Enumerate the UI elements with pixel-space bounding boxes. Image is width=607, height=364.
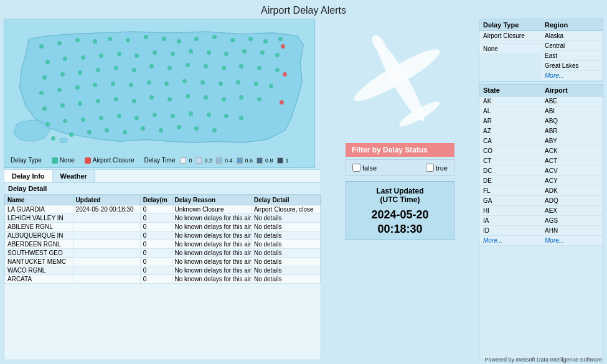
state-item-14[interactable]: More... — [479, 236, 541, 246]
cell-delay: 0 — [140, 258, 172, 266]
table-row[interactable]: ALBUQUERQUE IN0No known delays for this … — [5, 231, 321, 240]
cell-updated — [73, 275, 140, 284]
airport-item-13[interactable]: AHN — [541, 226, 603, 236]
airport-item-2[interactable]: ABQ — [541, 116, 603, 126]
map-area[interactable]: Delay Type None Airport Closure Delay Ti… — [4, 19, 315, 168]
map-dot-closure — [280, 100, 284, 105]
map-dot-none — [117, 114, 121, 118]
map-dot-none — [45, 122, 50, 126]
map-dot-none — [222, 66, 226, 70]
state-item-7[interactable]: DC — [479, 166, 541, 176]
table-row[interactable]: ABILENE RGNL0No known delays for this ai… — [5, 223, 321, 231]
delay-type-item-0[interactable]: Airport Closure — [479, 31, 541, 41]
map-dot-none — [159, 128, 163, 133]
map-dot-none — [171, 52, 175, 56]
map-dot-none — [42, 75, 47, 80]
map-dot-none — [42, 106, 47, 111]
airport-item-7[interactable]: ACV — [541, 166, 603, 176]
state-item-6[interactable]: CT — [479, 156, 541, 166]
state-item-12[interactable]: IA — [479, 216, 541, 226]
cell-updated — [73, 240, 140, 249]
cell-reason: No known delays for this airport. — [172, 266, 251, 275]
table-row[interactable]: SOUTHWEST GEO0No known delays for this a… — [5, 249, 321, 258]
airport-list: ABEABIABQABRABYACKACTACVACYADKADQAEXAGSA… — [541, 96, 603, 246]
region-item-2[interactable]: East — [541, 51, 603, 61]
state-item-3[interactable]: AZ — [479, 126, 541, 136]
state-list: AKALARAZCACOCTDCDEFLGAHIIAIDMore... — [479, 96, 541, 246]
airport-item-8[interactable]: ACY — [541, 176, 603, 186]
state-item-0[interactable]: AK — [479, 96, 541, 106]
map-dot-none — [248, 37, 253, 41]
table-row[interactable]: WACO RGNL0No known delays for this airpo… — [5, 266, 321, 275]
delay-time-label-3: 0.6 — [245, 157, 253, 164]
state-item-4[interactable]: CA — [479, 136, 541, 146]
airport-item-6[interactable]: ACT — [541, 156, 603, 166]
state-item-10[interactable]: GA — [479, 196, 541, 206]
map-dot-none — [219, 82, 223, 86]
state-item-5[interactable]: CO — [479, 146, 541, 156]
map-dot-none — [144, 35, 148, 39]
state-item-1[interactable]: AL — [479, 106, 541, 116]
cell-name: ABILENE RGNL — [5, 223, 73, 231]
airport-item-5[interactable]: ACK — [541, 146, 603, 156]
data-table: Name Updated Delay(m Delay Reason Delay … — [4, 195, 321, 284]
filter-true-checkbox[interactable] — [426, 164, 434, 172]
filter-delay-status-title[interactable]: Filter by Delay Status — [346, 143, 454, 157]
state-item-11[interactable]: HI — [479, 206, 541, 216]
region-item-3[interactable]: Great Lakes — [541, 61, 603, 71]
airport-item-11[interactable]: AEX — [541, 206, 603, 216]
map-dot-none — [204, 95, 208, 100]
state-item-8[interactable]: DE — [479, 176, 541, 186]
cell-updated — [73, 258, 140, 266]
map-dot-none — [200, 80, 205, 85]
airport-item-14[interactable]: More... — [541, 236, 603, 246]
table-row[interactable]: LA GUARDIA2024-05-20 00:18:300Unknown Cl… — [5, 205, 321, 214]
delay-time-label-5: 1 — [286, 157, 289, 164]
region-item-0[interactable]: Alaska — [541, 31, 603, 41]
tab-delay-info[interactable]: Delay Info — [4, 170, 53, 182]
delay-time-sq-5 — [277, 157, 283, 164]
region-item-1[interactable]: Central — [541, 41, 603, 51]
cell-name: ALBUQUERQUE IN — [5, 231, 73, 240]
table-row[interactable]: ABERDEEN RGNL0No known delays for this a… — [5, 240, 321, 249]
cell-reason: No known delays for this airport. — [172, 231, 251, 240]
legend-delay-type-label: Delay Type — [11, 157, 42, 164]
top-filter-row: Delay Type Airport Closure None Region A… — [479, 19, 603, 81]
filter-false-checkbox[interactable] — [352, 164, 360, 172]
map-dot-none — [57, 88, 62, 92]
map-dot-none — [177, 125, 181, 129]
map-dot-none — [230, 38, 235, 42]
region-more[interactable]: More... — [541, 71, 603, 81]
state-col: State AKALARAZCACOCTDCDEFLGAHIIAIDMore..… — [479, 85, 541, 360]
state-item-13[interactable]: ID — [479, 226, 541, 236]
airport-item-0[interactable]: ABE — [541, 96, 603, 106]
table-row[interactable]: LEHIGH VALLEY IN0No known delays for thi… — [5, 214, 321, 223]
cell-detail: No details — [251, 275, 320, 284]
filter-delay-status-section: Filter by Delay Status false true — [346, 143, 454, 181]
map-dot-none — [260, 50, 265, 55]
tab-weather[interactable]: Weather — [53, 170, 95, 182]
state-item-2[interactable]: AR — [479, 116, 541, 126]
table-row[interactable]: NANTUCKET MEMC0No known delays for this … — [5, 258, 321, 266]
map-dot-none — [87, 130, 92, 134]
airport-item-3[interactable]: ABR — [541, 126, 603, 136]
cell-reason: No known delays for this airport. — [172, 249, 251, 258]
airport-item-12[interactable]: AGS — [541, 216, 603, 226]
table-row[interactable]: ARCATA0No known delays for this airport.… — [5, 275, 321, 284]
filter-false-option[interactable]: false — [352, 164, 377, 172]
delay-type-item-2[interactable]: None — [479, 44, 541, 54]
airport-item-10[interactable]: ADQ — [541, 196, 603, 206]
state-item-9[interactable]: FL — [479, 186, 541, 196]
cell-detail: No details — [251, 240, 320, 249]
filter-true-option[interactable]: true — [426, 164, 448, 172]
delay-type-col: Delay Type Airport Closure None — [479, 19, 541, 81]
cell-delay: 0 — [140, 249, 172, 258]
airport-item-4[interactable]: ABY — [541, 136, 603, 146]
map-dot-none — [189, 111, 193, 116]
map-dot-none — [60, 103, 65, 108]
airport-item-1[interactable]: ABI — [541, 106, 603, 116]
cell-detail: Airport Closure, close — [251, 205, 320, 214]
cell-detail: No details — [251, 231, 320, 240]
cell-reason: Unknown Closure — [172, 205, 251, 214]
airport-item-9[interactable]: ADK — [541, 186, 603, 196]
